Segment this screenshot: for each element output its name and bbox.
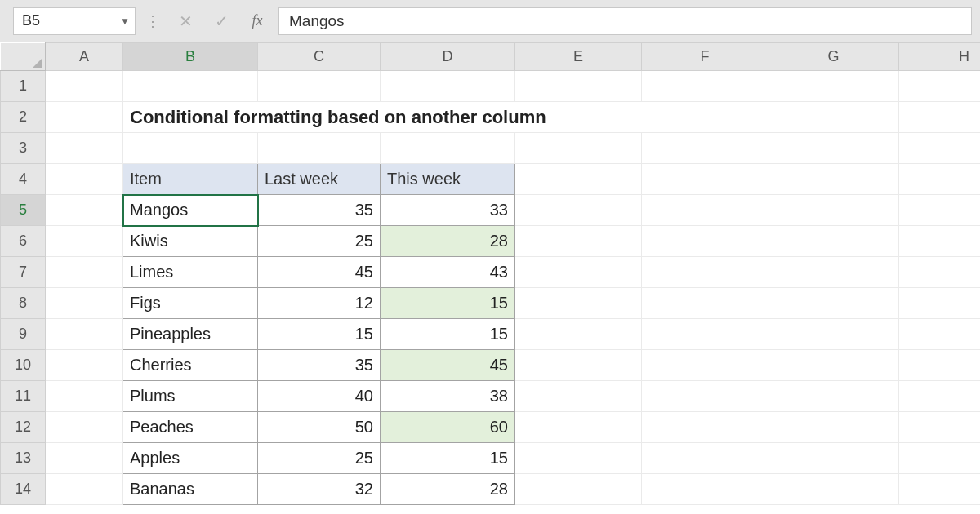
- cell[interactable]: [515, 474, 642, 505]
- cell[interactable]: [768, 474, 899, 505]
- table-cell-last[interactable]: 25: [258, 443, 381, 474]
- table-cell-last[interactable]: 50: [258, 412, 381, 443]
- cell[interactable]: [123, 133, 258, 164]
- table-cell-this[interactable]: 15: [381, 288, 515, 319]
- cell[interactable]: [899, 195, 981, 226]
- cell[interactable]: [768, 133, 899, 164]
- table-cell-item[interactable]: Mangos: [123, 195, 258, 226]
- cell[interactable]: [515, 71, 642, 102]
- cell[interactable]: [381, 133, 515, 164]
- table-cell-last[interactable]: 35: [258, 350, 381, 381]
- row-header-9[interactable]: 9: [1, 319, 46, 350]
- cell[interactable]: [642, 350, 768, 381]
- row-header-3[interactable]: 3: [1, 133, 46, 164]
- cell[interactable]: [46, 226, 123, 257]
- table-cell-this[interactable]: 33: [381, 195, 515, 226]
- cell[interactable]: [258, 133, 381, 164]
- table-cell-this[interactable]: 15: [381, 319, 515, 350]
- cell[interactable]: [515, 288, 642, 319]
- col-header-D[interactable]: D: [381, 43, 515, 71]
- table-cell-item[interactable]: Plums: [123, 381, 258, 412]
- table-cell-this[interactable]: 38: [381, 381, 515, 412]
- row-header-10[interactable]: 10: [1, 350, 46, 381]
- row-header-12[interactable]: 12: [1, 412, 46, 443]
- cell[interactable]: [258, 71, 381, 102]
- cell[interactable]: [899, 412, 981, 443]
- cell[interactable]: [899, 164, 981, 195]
- cell[interactable]: [642, 226, 768, 257]
- table-cell-this[interactable]: 15: [381, 443, 515, 474]
- cell[interactable]: [768, 381, 899, 412]
- fx-icon[interactable]: fx: [243, 7, 272, 35]
- grid[interactable]: ABCDEFGH12Conditional formatting based o…: [0, 42, 980, 505]
- cell[interactable]: [381, 71, 515, 102]
- cell[interactable]: [899, 226, 981, 257]
- cell[interactable]: [46, 350, 123, 381]
- row-header-6[interactable]: 6: [1, 226, 46, 257]
- table-cell-last[interactable]: 35: [258, 195, 381, 226]
- cell[interactable]: [46, 474, 123, 505]
- table-cell-this[interactable]: 60: [381, 412, 515, 443]
- row-header-1[interactable]: 1: [1, 71, 46, 102]
- row-header-7[interactable]: 7: [1, 257, 46, 288]
- drag-handle-icon[interactable]: ⋮: [142, 12, 164, 30]
- cell[interactable]: [515, 443, 642, 474]
- cell[interactable]: [642, 133, 768, 164]
- cell[interactable]: [515, 350, 642, 381]
- cell[interactable]: [768, 226, 899, 257]
- cell[interactable]: [768, 319, 899, 350]
- select-all-corner[interactable]: [1, 43, 46, 71]
- cell[interactable]: [899, 381, 981, 412]
- table-cell-this[interactable]: 45: [381, 350, 515, 381]
- table-header[interactable]: Item: [123, 164, 258, 195]
- table-cell-this[interactable]: 28: [381, 226, 515, 257]
- row-header-14[interactable]: 14: [1, 474, 46, 505]
- cell[interactable]: [46, 195, 123, 226]
- cell[interactable]: [46, 164, 123, 195]
- cell[interactable]: [515, 319, 642, 350]
- cell[interactable]: [46, 288, 123, 319]
- cell[interactable]: [46, 381, 123, 412]
- table-cell-item[interactable]: Pineapples: [123, 319, 258, 350]
- col-header-A[interactable]: A: [46, 43, 123, 71]
- row-header-5[interactable]: 5: [1, 195, 46, 226]
- table-cell-item[interactable]: Cherries: [123, 350, 258, 381]
- col-header-F[interactable]: F: [642, 43, 768, 71]
- cell[interactable]: [642, 443, 768, 474]
- table-cell-last[interactable]: 15: [258, 319, 381, 350]
- table-cell-this[interactable]: 43: [381, 257, 515, 288]
- name-box[interactable]: B5 ▼: [13, 7, 136, 35]
- table-header[interactable]: Last week: [258, 164, 381, 195]
- cell[interactable]: [642, 288, 768, 319]
- cell[interactable]: [768, 412, 899, 443]
- cell[interactable]: [46, 443, 123, 474]
- cell[interactable]: [642, 195, 768, 226]
- cell[interactable]: [46, 102, 123, 133]
- col-header-B[interactable]: B: [123, 43, 258, 71]
- cell[interactable]: [768, 288, 899, 319]
- col-header-H[interactable]: H: [899, 43, 981, 71]
- cell[interactable]: [899, 474, 981, 505]
- cell[interactable]: [768, 195, 899, 226]
- cell[interactable]: [46, 412, 123, 443]
- cell[interactable]: [642, 257, 768, 288]
- cell[interactable]: [642, 412, 768, 443]
- cancel-icon[interactable]: ✕: [171, 7, 200, 35]
- cell[interactable]: [642, 474, 768, 505]
- cell[interactable]: [515, 226, 642, 257]
- cell[interactable]: [768, 102, 899, 133]
- cell[interactable]: [768, 350, 899, 381]
- cell[interactable]: [768, 71, 899, 102]
- cell[interactable]: [46, 71, 123, 102]
- cell[interactable]: [642, 319, 768, 350]
- cell[interactable]: [768, 257, 899, 288]
- cell[interactable]: [515, 133, 642, 164]
- table-cell-item[interactable]: Kiwis: [123, 226, 258, 257]
- cell[interactable]: [899, 257, 981, 288]
- cell[interactable]: [515, 412, 642, 443]
- table-cell-last[interactable]: 40: [258, 381, 381, 412]
- table-cell-last[interactable]: 25: [258, 226, 381, 257]
- table-cell-item[interactable]: Bananas: [123, 474, 258, 505]
- table-cell-item[interactable]: Peaches: [123, 412, 258, 443]
- formula-input[interactable]: Mangos: [278, 7, 972, 35]
